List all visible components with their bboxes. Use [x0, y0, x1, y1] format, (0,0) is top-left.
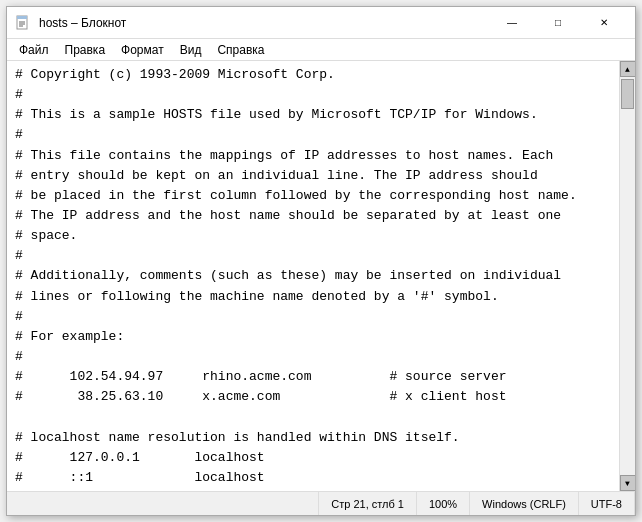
menu-file[interactable]: Файл — [11, 41, 57, 59]
title-controls: — □ ✕ — [489, 7, 627, 39]
encoding: UTF-8 — [579, 492, 635, 515]
scrollbar-track[interactable] — [620, 77, 635, 475]
scrollbar-thumb[interactable] — [621, 79, 634, 109]
scroll-down-button[interactable]: ▼ — [620, 475, 636, 491]
title-bar-left: hosts – Блокнот — [15, 15, 126, 31]
status-empty — [7, 492, 319, 515]
minimize-button[interactable]: — — [489, 7, 535, 39]
scrollbar[interactable]: ▲ ▼ — [619, 61, 635, 491]
menu-help[interactable]: Справка — [209, 41, 272, 59]
notepad-icon — [15, 15, 31, 31]
menu-view[interactable]: Вид — [172, 41, 210, 59]
window-title: hosts – Блокнот — [39, 16, 126, 30]
menu-edit[interactable]: Правка — [57, 41, 114, 59]
scroll-up-button[interactable]: ▲ — [620, 61, 636, 77]
line-ending: Windows (CRLF) — [470, 492, 579, 515]
cursor-position: Стр 21, стлб 1 — [319, 492, 417, 515]
close-button[interactable]: ✕ — [581, 7, 627, 39]
status-bar: Стр 21, стлб 1 100% Windows (CRLF) UTF-8 — [7, 491, 635, 515]
maximize-button[interactable]: □ — [535, 7, 581, 39]
menu-format[interactable]: Формат — [113, 41, 172, 59]
editor-area: # Copyright (c) 1993-2009 Microsoft Corp… — [7, 61, 635, 491]
notepad-window: hosts – Блокнот — □ ✕ Файл Правка Формат… — [6, 6, 636, 516]
svg-rect-1 — [17, 16, 27, 19]
text-editor[interactable]: # Copyright (c) 1993-2009 Microsoft Corp… — [7, 61, 619, 491]
title-bar: hosts – Блокнот — □ ✕ — [7, 7, 635, 39]
menu-bar: Файл Правка Формат Вид Справка — [7, 39, 635, 61]
zoom-level: 100% — [417, 492, 470, 515]
